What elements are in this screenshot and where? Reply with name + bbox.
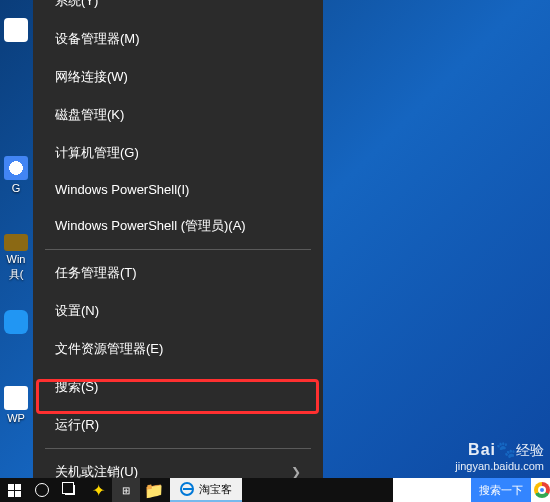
menu-item-device-manager[interactable]: 设备管理器(M) — [33, 20, 323, 58]
chevron-right-icon: ❯ — [291, 465, 301, 479]
task-view-button[interactable] — [56, 478, 84, 502]
desktop-label: Win — [7, 253, 26, 265]
circle-icon — [35, 483, 49, 497]
menu-item-disk-mgmt[interactable]: 磁盘管理(K) — [33, 96, 323, 134]
watermark: Bai🐾经验 jingyan.baidu.com — [455, 440, 544, 472]
power-user-menu: 系统(Y) 设备管理器(M) 网络连接(W) 磁盘管理(K) 计算机管理(G) … — [33, 0, 323, 478]
desktop-icons: G Win 具( WP — [0, 0, 30, 462]
menu-item-search[interactable]: 搜索(S) — [33, 368, 323, 406]
app-title: 淘宝客 — [199, 482, 232, 497]
menu-separator — [45, 448, 311, 449]
desktop-icon-app[interactable] — [2, 310, 30, 358]
taskbar-app-1[interactable]: ✦ — [84, 478, 112, 502]
taskbar-running-app-edge[interactable]: 淘宝客 — [170, 478, 242, 502]
menu-item-task-manager[interactable]: 任务管理器(T) — [33, 254, 323, 292]
windows-logo-icon — [8, 484, 21, 497]
edge-icon — [180, 482, 194, 496]
cortana-button[interactable] — [28, 478, 56, 502]
desktop-label: G — [12, 182, 21, 194]
menu-item-explorer[interactable]: 文件资源管理器(E) — [33, 330, 323, 368]
watermark-brand: Bai — [468, 441, 496, 458]
desktop-icon-wintools[interactable]: Win 具( — [2, 234, 30, 282]
menu-item-computer-mgmt[interactable]: 计算机管理(G) — [33, 134, 323, 172]
menu-item-run[interactable]: 运行(R) — [33, 406, 323, 444]
watermark-brand-cn: 经验 — [516, 442, 544, 458]
menu-item-system[interactable]: 系统(Y) — [33, 0, 323, 20]
desktop-label: WP — [7, 412, 25, 424]
menu-item-powershell-admin[interactable]: Windows PowerShell (管理员)(A) — [33, 207, 323, 245]
baidu-search-box: 搜索一下 — [393, 478, 550, 502]
taskbar-app-3[interactable]: 📁 — [140, 478, 168, 502]
start-button[interactable] — [0, 478, 28, 502]
search-input[interactable] — [393, 480, 471, 500]
watermark-url: jingyan.baidu.com — [455, 460, 544, 472]
desktop-icon-google[interactable]: G — [2, 156, 30, 204]
desktop-label: 具( — [9, 267, 24, 282]
chrome-icon[interactable] — [534, 482, 550, 498]
menu-item-network[interactable]: 网络连接(W) — [33, 58, 323, 96]
menu-item-settings[interactable]: 设置(N) — [33, 292, 323, 330]
desktop-icon[interactable] — [2, 18, 30, 66]
taskbar-app-2[interactable]: ⊞ — [112, 478, 140, 502]
task-view-icon — [65, 485, 75, 495]
search-button[interactable]: 搜索一下 — [471, 478, 531, 502]
menu-separator — [45, 249, 311, 250]
menu-item-powershell[interactable]: Windows PowerShell(I) — [33, 172, 323, 207]
desktop-icon-wps[interactable]: WP — [2, 386, 30, 434]
